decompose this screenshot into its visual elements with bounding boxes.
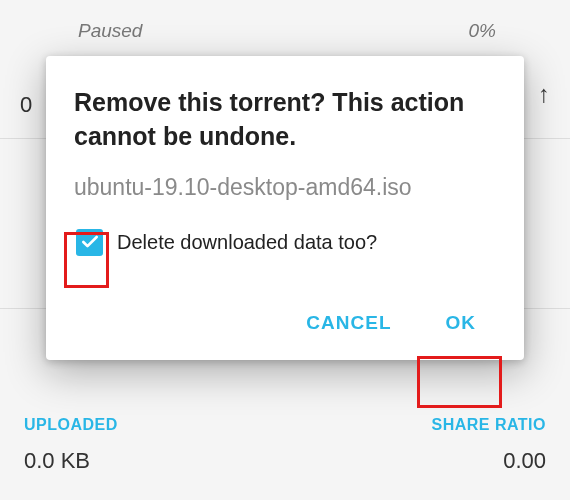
- upload-arrow-icon: ↑: [538, 80, 550, 108]
- dialog-actions: CANCEL OK: [74, 300, 496, 346]
- delete-data-checkbox-row[interactable]: Delete downloaded data too?: [76, 229, 496, 256]
- uploaded-label: UPLOADED: [24, 416, 118, 434]
- share-ratio-label: SHARE RATIO: [431, 416, 546, 434]
- ok-button[interactable]: OK: [438, 300, 485, 346]
- checkmark-icon: [80, 232, 100, 252]
- torrent-status: Paused: [78, 20, 142, 42]
- delete-data-label: Delete downloaded data too?: [117, 231, 377, 254]
- cancel-button[interactable]: CANCEL: [298, 300, 399, 346]
- confirm-dialog: Remove this torrent? This action cannot …: [46, 56, 524, 360]
- bg-value-zero: 0: [20, 92, 32, 118]
- share-ratio-value: 0.00: [431, 448, 546, 474]
- dialog-title: Remove this torrent? This action cannot …: [74, 86, 496, 154]
- torrent-percent: 0%: [469, 20, 496, 42]
- uploaded-value: 0.0 KB: [24, 448, 118, 474]
- delete-data-checkbox[interactable]: [76, 229, 103, 256]
- dialog-filename: ubuntu-19.10-desktop-amd64.iso: [74, 174, 496, 201]
